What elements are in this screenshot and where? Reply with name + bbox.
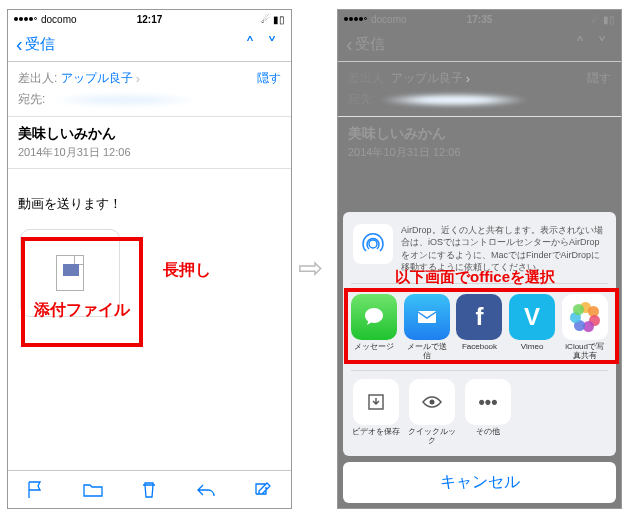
svg-point-0	[369, 240, 377, 248]
date: 2014年10月31日 12:06	[8, 145, 291, 168]
subject: 美味しいみかん	[8, 117, 291, 145]
svg-point-3	[430, 400, 435, 405]
mail-header: 差出人: アップル良子›隠す 宛先:	[8, 62, 291, 117]
trash-button[interactable]	[140, 480, 158, 500]
status-bar: docomo 12:17 ☄▮▯	[8, 10, 291, 28]
annotation-share-row-box	[344, 288, 619, 364]
compose-button[interactable]	[253, 480, 273, 500]
hide-button[interactable]: 隠す	[257, 70, 281, 87]
cancel-button[interactable]: キャンセル	[343, 462, 616, 503]
phone-right-share-sheet: docomo 17:35 ☄▮▯ ‹受信 ˄ ˅ 差出人: アップル良子›隠す …	[337, 9, 622, 509]
mail-body: 動画を送ります！	[8, 177, 291, 221]
mail-header: 差出人: アップル良子›隠す 宛先:	[338, 62, 621, 117]
annotation-attachment-box	[21, 237, 143, 347]
chevron-left-icon: ‹	[16, 33, 23, 56]
share-actions-row: ビデオを保存 クイックルック •••その他	[351, 370, 608, 448]
subject: 美味しいみかん	[338, 117, 621, 145]
prev-message-button: ˄	[569, 33, 591, 57]
back-button[interactable]: ‹受信	[16, 33, 55, 56]
status-bar: docomo 17:35 ☄▮▯	[338, 10, 621, 28]
airdrop-text: AirDrop。近くの人と共有します。表示されない場合は、iOSではコントロール…	[401, 224, 606, 273]
airdrop-icon	[353, 224, 393, 264]
next-message-button: ˅	[591, 33, 613, 57]
battery-icon: ▮▯	[603, 14, 615, 25]
bluetooth-icon: ☄	[591, 14, 600, 25]
bottom-toolbar	[8, 470, 291, 508]
action-more[interactable]: •••その他	[463, 379, 513, 446]
bluetooth-icon: ☄	[261, 14, 270, 25]
folder-button[interactable]	[82, 480, 104, 500]
annotation-attachment-label: 添付ファイル	[34, 300, 130, 321]
next-message-button[interactable]: ˅	[261, 33, 283, 57]
annotation-longpress: 長押し	[163, 260, 211, 281]
action-quicklook[interactable]: クイックルック	[407, 379, 457, 446]
prev-message-button[interactable]: ˄	[239, 33, 261, 57]
nav-bar: ‹受信 ˄ ˅	[8, 28, 291, 62]
sender-link[interactable]: アップル良子	[61, 70, 133, 87]
back-button: ‹受信	[346, 33, 385, 56]
reply-button[interactable]	[195, 480, 217, 500]
arrow-icon: ⇨	[298, 250, 323, 285]
nav-bar: ‹受信 ˄ ˅	[338, 28, 621, 62]
flag-button[interactable]	[26, 480, 46, 500]
chevron-right-icon: ›	[136, 71, 140, 86]
battery-icon: ▮▯	[273, 14, 285, 25]
date: 2014年10月31日 12:06	[338, 145, 621, 168]
annotation-select-office: 以下画面でofficeを選択	[395, 268, 555, 287]
action-save-video[interactable]: ビデオを保存	[351, 379, 401, 446]
recipient-blurred	[49, 93, 199, 107]
